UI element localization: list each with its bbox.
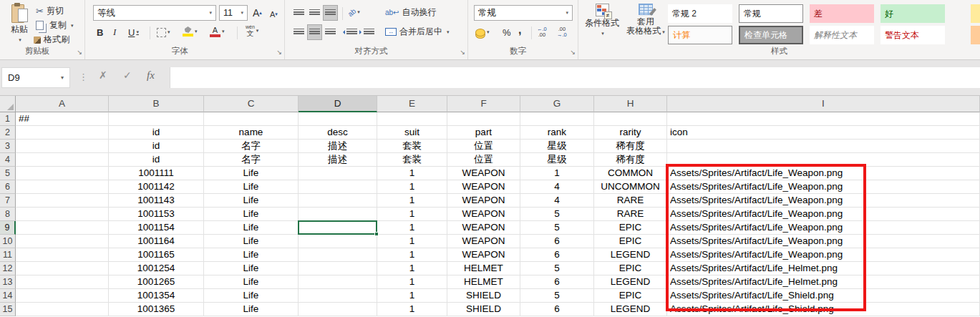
column-header-B[interactable]: B [109, 96, 204, 112]
cell-B14[interactable]: 1001354 [109, 289, 204, 303]
cell-I12[interactable]: Assets/Sprites/Artifact/Life_Helmet.png [667, 262, 980, 275]
column-header-G[interactable]: G [520, 96, 594, 112]
cell-B13[interactable]: 1001265 [109, 275, 204, 289]
cell-E15[interactable]: 1 [377, 303, 447, 316]
cell-F13[interactable]: HELMET [447, 275, 520, 289]
cell-A11[interactable] [16, 248, 109, 262]
cell-H14[interactable]: EPIC [594, 289, 667, 303]
cell-D1[interactable] [299, 112, 377, 126]
cell-E9[interactable]: 1 [377, 221, 447, 235]
cell-F12[interactable]: HELMET [447, 262, 520, 275]
cell-A5[interactable] [16, 167, 109, 180]
font-color-button[interactable]: A▾ [208, 24, 226, 39]
cell-C10[interactable]: Life [204, 235, 299, 248]
row-header-15[interactable]: 15 [0, 303, 16, 316]
align-top-button[interactable] [292, 6, 306, 20]
cell-I4[interactable] [667, 153, 980, 167]
cell-D6[interactable] [299, 180, 377, 194]
cell-B1[interactable] [109, 112, 204, 126]
cell-B12[interactable]: 1001254 [109, 262, 204, 275]
cell-E4[interactable]: 套装 [377, 153, 447, 167]
cell-F3[interactable]: 位置 [447, 140, 520, 153]
copy-button[interactable]: 复制 ▾ [36, 19, 74, 32]
cell-A1[interactable]: ## [16, 112, 109, 126]
increase-font-size-button[interactable]: A▴ [251, 6, 263, 20]
cell-C7[interactable]: Life [204, 194, 299, 208]
cell-B5[interactable]: 1001111 [109, 167, 204, 180]
cell-E13[interactable]: 1 [377, 275, 447, 289]
cell-F1[interactable] [447, 112, 520, 126]
column-header-F[interactable]: F [447, 96, 520, 112]
cell-E7[interactable]: 1 [377, 194, 447, 208]
cell-I10[interactable]: Assets/Sprites/Artifact/Life_Weapon.png [667, 235, 980, 248]
align-center-button[interactable] [308, 25, 321, 39]
accounting-format-button[interactable]: ▾ [474, 25, 491, 39]
fx-icon[interactable]: fx [147, 69, 155, 82]
cell-E1[interactable] [377, 112, 447, 126]
cell-H8[interactable]: RARE [594, 208, 667, 221]
cell-B15[interactable]: 1001365 [109, 303, 204, 316]
cell-B9[interactable]: 1001154 [109, 221, 204, 235]
cell-C9[interactable]: Life [204, 221, 299, 235]
cell-E11[interactable]: 1 [377, 248, 447, 262]
cell-G2[interactable]: rank [520, 126, 594, 140]
cell-G14[interactable]: 5 [520, 289, 594, 303]
cell-D9[interactable] [299, 221, 377, 235]
cell-D7[interactable] [299, 194, 377, 208]
cell-C3[interactable]: 名字 [204, 140, 299, 153]
row-header-13[interactable]: 13 [0, 275, 16, 289]
cell-I11[interactable]: Assets/Sprites/Artifact/Life_Weapon.png [667, 248, 980, 262]
column-header-C[interactable]: C [204, 96, 299, 112]
cell-style-item-check-cell[interactable]: 检查单元格 [739, 26, 803, 44]
row-header-4[interactable]: 4 [0, 153, 16, 167]
cell-B2[interactable]: id [109, 126, 204, 140]
cell-G11[interactable]: 6 [520, 248, 594, 262]
number-dialog-launcher-icon[interactable]: ↘ [570, 49, 576, 56]
cell-C12[interactable]: Life [204, 262, 299, 275]
increase-decimal-button[interactable]: ←.0.00 [535, 25, 548, 39]
align-right-button[interactable] [324, 25, 337, 39]
cell-A6[interactable] [16, 180, 109, 194]
row-header-6[interactable]: 6 [0, 180, 16, 194]
cell-E12[interactable]: 1 [377, 262, 447, 275]
cell-B7[interactable]: 1001143 [109, 194, 204, 208]
cell-H6[interactable]: UNCOMMON [594, 180, 667, 194]
cell-F10[interactable]: WEAPON [447, 235, 520, 248]
fill-color-button[interactable]: ▾ [181, 24, 199, 39]
comma-style-button[interactable]: , [517, 23, 523, 37]
column-header-H[interactable]: H [594, 96, 667, 112]
row-header-9[interactable]: 9 [0, 221, 16, 235]
cell-D4[interactable]: 描述 [299, 153, 377, 167]
cell-D3[interactable]: 描述 [299, 140, 377, 153]
cell-D10[interactable] [299, 235, 377, 248]
column-header-D[interactable]: D [299, 96, 377, 112]
cell-A13[interactable] [16, 275, 109, 289]
number-format-combobox[interactable]: 常规▾ [474, 5, 573, 21]
format-painter-button[interactable]: 格式刷 [34, 33, 69, 47]
cell-C4[interactable]: 名字 [204, 153, 299, 167]
cell-I8[interactable]: Assets/Sprites/Artifact/Life_Weapon.png [667, 208, 980, 221]
cell-D2[interactable]: desc [299, 126, 377, 140]
cell-G15[interactable]: 6 [520, 303, 594, 316]
cell-D8[interactable] [299, 208, 377, 221]
row-header-1[interactable]: 1 [0, 112, 16, 126]
cell-C8[interactable]: Life [204, 208, 299, 221]
cell-E3[interactable]: 套装 [377, 140, 447, 153]
cell-style-item-explanatory[interactable]: 解释性文本 [810, 26, 874, 44]
cell-B10[interactable]: 1001164 [109, 235, 204, 248]
cell-H5[interactable]: COMMON [594, 167, 667, 180]
align-middle-button[interactable] [308, 6, 321, 20]
cell-H12[interactable]: EPIC [594, 262, 667, 275]
cell-F2[interactable]: part [447, 126, 520, 140]
orientation-button[interactable]: ab▾ [346, 5, 362, 19]
cell-A15[interactable] [16, 303, 109, 316]
font-size-combobox[interactable]: 11▾ [219, 5, 248, 21]
cell-B8[interactable]: 1001153 [109, 208, 204, 221]
cell-A8[interactable] [16, 208, 109, 221]
row-header-7[interactable]: 7 [0, 194, 16, 208]
cell-style-item-normal-selected[interactable]: 常规 [739, 4, 803, 23]
cell-A12[interactable] [16, 262, 109, 275]
row-header-10[interactable]: 10 [0, 235, 16, 248]
cancel-icon[interactable]: ✗ [99, 69, 107, 81]
cell-B3[interactable]: id [109, 140, 204, 153]
